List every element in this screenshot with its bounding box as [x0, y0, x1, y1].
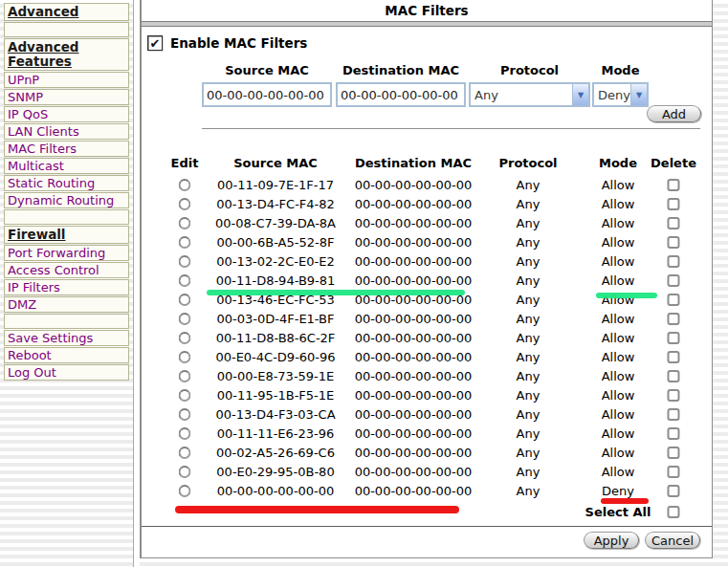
- delete-checkbox[interactable]: [668, 294, 680, 306]
- mac-filters-panel: MAC Filters ✔ Enable MAC Filters Source …: [140, 0, 713, 558]
- sidebar-item-dmz[interactable]: DMZ: [4, 296, 129, 313]
- destination-mac-cell: 00-00-00-00-00-00: [355, 252, 473, 272]
- edit-cell: [179, 405, 191, 425]
- add-button[interactable]: Add: [647, 105, 701, 122]
- edit-radio[interactable]: [179, 466, 191, 478]
- edit-radio[interactable]: [179, 408, 191, 421]
- source-mac-cell: 00-11-11-E6-23-96: [217, 425, 335, 444]
- edit-radio[interactable]: [179, 179, 191, 191]
- edit-cell: [179, 463, 191, 482]
- delete-checkbox[interactable]: [668, 198, 680, 210]
- delete-checkbox[interactable]: [668, 485, 680, 497]
- destination-mac-cell: 00-00-00-00-00-00: [355, 348, 473, 367]
- edit-cell: [179, 425, 191, 444]
- sidebar-item-access-control[interactable]: Access Control: [4, 262, 129, 278]
- delete-cell: [668, 195, 680, 214]
- page-title: MAC Filters: [142, 3, 712, 18]
- delete-checkbox[interactable]: [668, 447, 680, 459]
- destination-mac-cell: 00-00-00-00-00-00: [355, 233, 473, 252]
- delete-checkbox[interactable]: [668, 332, 680, 344]
- edit-cell: [179, 482, 191, 501]
- edit-radio[interactable]: [179, 485, 191, 497]
- mode-cell: Allow: [602, 367, 635, 386]
- select-all-cell: [668, 503, 680, 522]
- sidebar-item-reboot[interactable]: Reboot: [4, 347, 129, 363]
- delete-checkbox[interactable]: [668, 255, 680, 268]
- delete-checkbox[interactable]: [668, 351, 680, 363]
- sidebar-item-save-settings[interactable]: Save Settings: [4, 330, 129, 346]
- enable-mac-filters-label: Enable MAC Filters: [170, 35, 307, 51]
- sidebar-item-ip-qos[interactable]: IP QoS: [4, 106, 129, 122]
- sidebar-item-port-forwarding[interactable]: Port Forwarding: [4, 245, 129, 261]
- edit-cell: [179, 348, 191, 367]
- protocol-cell: Any: [517, 348, 540, 367]
- sidebar-item-ip-filters[interactable]: IP Filters: [4, 279, 129, 295]
- mode-cell: Allow: [602, 176, 635, 195]
- title-divider: [142, 21, 712, 27]
- apply-button[interactable]: Apply: [584, 532, 639, 549]
- protocol-cell: Any: [517, 367, 540, 386]
- sidebar-item-static-routing[interactable]: Static Routing: [4, 175, 129, 191]
- delete-checkbox[interactable]: [668, 427, 680, 440]
- edit-radio[interactable]: [179, 447, 191, 459]
- sidebar-item-multicast[interactable]: Multicast: [4, 158, 129, 174]
- delete-checkbox[interactable]: [668, 217, 680, 229]
- delete-checkbox[interactable]: [668, 313, 680, 325]
- edit-radio[interactable]: [179, 236, 191, 249]
- select-all-checkbox[interactable]: [668, 506, 680, 518]
- delete-checkbox[interactable]: [668, 408, 680, 421]
- table-row: 00-E0-29-95-0B-80 00-00-00-00-00-00 Any …: [142, 463, 712, 482]
- edit-radio[interactable]: [179, 351, 191, 363]
- edit-radio[interactable]: [179, 427, 191, 440]
- edit-radio[interactable]: [179, 198, 191, 210]
- edit-radio[interactable]: [179, 370, 191, 382]
- table-row: 00-00-E8-73-59-1E 00-00-00-00-00-00 Any …: [142, 367, 712, 386]
- edit-radio[interactable]: [179, 255, 191, 268]
- edit-cell: [179, 214, 191, 233]
- source-mac-cell: 00-02-A5-26-69-C6: [216, 444, 335, 463]
- delete-cell: [668, 310, 680, 329]
- mode-select[interactable]: Deny ▼: [592, 82, 649, 107]
- destination-mac-input[interactable]: [336, 82, 466, 107]
- edit-radio[interactable]: [179, 332, 191, 344]
- edit-radio[interactable]: [179, 217, 191, 229]
- cancel-button[interactable]: Cancel: [645, 532, 700, 549]
- mode-cell: Allow: [602, 233, 635, 252]
- source-mac-cell: 00-00-00-00-00-00: [217, 482, 335, 501]
- edit-radio[interactable]: [179, 294, 191, 306]
- delete-cell: [668, 444, 680, 463]
- sidebar-item-snmp[interactable]: SNMP: [4, 89, 129, 105]
- source-mac-cell: 00-13-D4-F3-03-CA: [215, 405, 335, 425]
- delete-cell: [668, 348, 680, 367]
- green-marker-row6-mode: [596, 293, 657, 298]
- protocol-cell: Any: [517, 291, 540, 310]
- protocol-cell: Any: [517, 405, 540, 425]
- sidebar-item-mac-filters[interactable]: MAC Filters: [4, 141, 129, 157]
- delete-checkbox[interactable]: [668, 274, 680, 287]
- sidebar-item-dynamic-routing[interactable]: Dynamic Routing: [4, 192, 129, 208]
- enable-mac-filters-checkbox[interactable]: ✔: [147, 35, 163, 51]
- edit-radio[interactable]: [179, 274, 191, 287]
- edit-radio[interactable]: [179, 389, 191, 402]
- sidebar-item-upnp[interactable]: UPnP: [4, 72, 129, 88]
- delete-checkbox[interactable]: [668, 179, 680, 191]
- delete-checkbox[interactable]: [668, 466, 680, 478]
- mode-select-value: Deny: [594, 84, 630, 105]
- source-mac-input[interactable]: [202, 82, 332, 107]
- delete-checkbox[interactable]: [668, 370, 680, 382]
- sidebar-item-lan-clients[interactable]: LAN Clients: [4, 123, 129, 140]
- edit-cell: [179, 386, 191, 405]
- sidebar-item-log-out[interactable]: Log Out: [4, 364, 129, 381]
- table-row: 00-E0-4C-D9-60-96 00-00-00-00-00-00 Any …: [142, 348, 712, 367]
- delete-cell: [668, 233, 680, 252]
- source-mac-cell: 00-E0-29-95-0B-80: [216, 463, 334, 482]
- edit-radio[interactable]: [179, 313, 191, 325]
- delete-cell: [668, 463, 680, 482]
- mode-cell: Allow: [602, 463, 635, 482]
- protocol-cell: Any: [517, 463, 540, 482]
- delete-checkbox[interactable]: [668, 389, 680, 402]
- delete-checkbox[interactable]: [668, 236, 680, 249]
- source-mac-cell: 00-E0-4C-D9-60-96: [215, 348, 335, 367]
- protocol-select[interactable]: Any ▼: [469, 82, 590, 107]
- destination-mac-cell: 00-00-00-00-00-00: [355, 310, 473, 329]
